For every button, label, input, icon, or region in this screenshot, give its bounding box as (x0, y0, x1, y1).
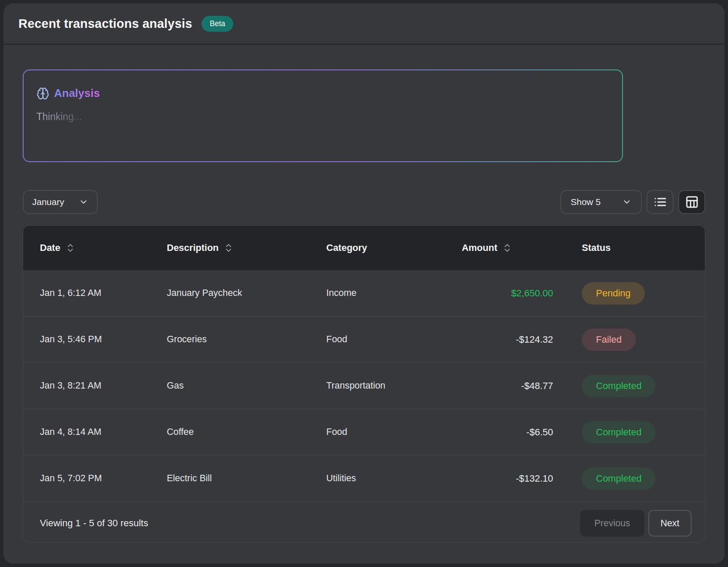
page-title: Recent transactions analysis (18, 17, 192, 31)
chevrons-up-down-icon[interactable] (223, 243, 234, 253)
page-size-selector[interactable]: Show 5 (560, 190, 642, 214)
cell-amount: -$124.32 (455, 334, 553, 345)
status-badge: Pending (582, 282, 645, 305)
table-row[interactable]: Jan 3, 5:46 PM Groceries Food -$124.32 F… (23, 316, 705, 362)
cell-description: Groceries (167, 334, 326, 345)
analysis-heading: Analysis (36, 87, 609, 100)
cell-date: Jan 5, 7:02 PM (40, 473, 167, 484)
cell-category: Transportation (326, 380, 455, 391)
table-view-button[interactable] (678, 190, 705, 214)
next-button[interactable]: Next (648, 510, 692, 537)
cell-category: Utilities (326, 473, 455, 484)
status-badge: Completed (582, 467, 656, 490)
table-row[interactable]: Jan 5, 7:02 PM Electric Bill Utilities -… (23, 455, 705, 501)
table-row[interactable]: Jan 1, 6:12 AM January Paycheck Income $… (23, 270, 705, 316)
column-label: Status (582, 242, 611, 253)
right-controls: Show 5 (560, 190, 705, 214)
status-badge: Completed (582, 421, 656, 443)
cell-description: Gas (167, 380, 326, 391)
table-row[interactable]: Jan 4, 8:14 AM Coffee Food -$6.50 Comple… (23, 409, 705, 455)
table-body: Jan 1, 6:12 AM January Paycheck Income $… (23, 270, 705, 501)
chevrons-up-down-icon[interactable] (502, 243, 512, 253)
cell-amount: -$132.10 (455, 473, 553, 484)
column-header-status: Status (553, 242, 692, 253)
cell-date: Jan 3, 8:21 AM (40, 380, 167, 391)
list-view-button[interactable] (647, 190, 674, 214)
header-divider (3, 44, 725, 45)
chevrons-up-down-icon[interactable] (65, 243, 75, 253)
cell-description: Electric Bill (167, 473, 326, 484)
cell-date: Jan 1, 6:12 AM (40, 288, 167, 299)
cell-status: Completed (553, 375, 692, 397)
beta-badge: Beta (202, 16, 233, 32)
table-header-row: Date Description Category Amount (23, 226, 705, 270)
table-row[interactable]: Jan 3, 8:21 AM Gas Transportation -$48.7… (23, 362, 705, 409)
controls-row: January Show 5 (23, 190, 705, 214)
brain-icon (36, 87, 49, 100)
column-header-amount[interactable]: Amount (455, 242, 553, 253)
cell-status: Completed (553, 421, 692, 443)
pagination: Previous Next (580, 510, 692, 537)
cell-amount: $2,650.00 (455, 288, 553, 299)
cell-description: Coffee (167, 427, 326, 437)
column-header-description[interactable]: Description (167, 242, 326, 253)
cell-description: January Paycheck (167, 288, 326, 299)
column-header-date[interactable]: Date (40, 242, 167, 253)
transactions-table: Date Description Category Amount (23, 225, 705, 543)
column-label: Date (40, 242, 60, 253)
cell-date: Jan 3, 5:46 PM (40, 334, 167, 345)
status-badge: Completed (582, 375, 656, 397)
column-label: Description (167, 242, 219, 253)
analysis-title: Analysis (54, 87, 100, 100)
analysis-panel: Analysis Thinking... (23, 69, 623, 162)
cell-amount: -$48.77 (455, 380, 553, 392)
cell-status: Completed (553, 467, 692, 490)
table-footer: Viewing 1 - 5 of 30 results Previous Nex… (23, 501, 705, 543)
app-header: Recent transactions analysis Beta (3, 3, 725, 44)
chevron-down-icon (79, 197, 88, 207)
previous-button[interactable]: Previous (580, 510, 644, 537)
cell-category: Income (326, 288, 455, 299)
cell-date: Jan 4, 8:14 AM (40, 427, 167, 437)
column-header-category: Category (326, 242, 455, 253)
main-card: Recent transactions analysis Beta Analys… (3, 3, 725, 564)
page-size-value: Show 5 (571, 197, 601, 207)
list-icon (653, 195, 667, 209)
cell-status: Pending (553, 282, 692, 305)
status-badge: Failed (582, 329, 636, 351)
cell-amount: -$6.50 (455, 427, 553, 438)
table-icon (685, 195, 699, 209)
thinking-status-text: Thinking... (36, 111, 82, 123)
results-summary: Viewing 1 - 5 of 30 results (40, 518, 148, 529)
month-selector[interactable]: January (23, 190, 98, 214)
month-selector-value: January (32, 197, 64, 207)
column-label: Amount (462, 242, 497, 253)
cell-category: Food (326, 334, 455, 345)
column-label: Category (326, 242, 367, 253)
cell-status: Failed (553, 329, 692, 351)
chevron-down-icon (622, 197, 632, 207)
cell-category: Food (326, 427, 455, 437)
